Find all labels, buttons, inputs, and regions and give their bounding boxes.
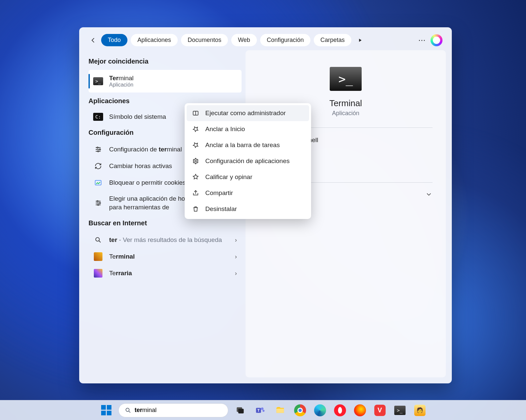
gear-icon bbox=[192, 157, 199, 165]
ctx-label: Anclar a Inicio bbox=[205, 125, 245, 133]
taskbar-search-box[interactable]: terminal bbox=[118, 403, 228, 417]
svg-rect-17 bbox=[276, 409, 284, 413]
result-web-terraria[interactable]: Terraria › bbox=[88, 265, 242, 282]
ctx-label: Calificar y opinar bbox=[205, 173, 253, 181]
ctx-app-settings[interactable]: Configuración de aplicaciones bbox=[187, 153, 309, 169]
svg-point-6 bbox=[97, 204, 99, 205]
chevron-right-icon: › bbox=[235, 237, 237, 244]
preview-subtitle: Aplicación bbox=[332, 110, 359, 117]
ctx-pin-taskbar[interactable]: Anclar a la barra de tareas bbox=[187, 137, 309, 153]
section-web: Buscar en Internet bbox=[88, 219, 242, 227]
ctx-run-as-admin[interactable]: Ejecutar como administrador bbox=[187, 105, 309, 121]
terminal-icon: >_ bbox=[394, 406, 406, 415]
web-thumb-icon bbox=[93, 268, 103, 278]
windows-logo-icon bbox=[101, 405, 111, 415]
svg-rect-3 bbox=[95, 180, 101, 185]
teams-icon[interactable]: T bbox=[252, 402, 268, 418]
start-button[interactable] bbox=[98, 402, 114, 418]
search-icon bbox=[125, 407, 131, 414]
pin-icon bbox=[192, 141, 199, 149]
filter-settings[interactable]: Configuración bbox=[260, 34, 310, 46]
cookies-icon bbox=[93, 178, 103, 188]
web-thumb-icon bbox=[93, 252, 103, 262]
user-app-icon[interactable]: 🧑 bbox=[412, 402, 428, 418]
svg-point-4 bbox=[97, 200, 98, 202]
terminal-icon: >_ bbox=[330, 67, 362, 91]
copilot-icon[interactable] bbox=[431, 34, 442, 46]
admin-shield-icon bbox=[192, 109, 199, 117]
ctx-rate-review[interactable]: Calificar y opinar bbox=[187, 169, 309, 185]
ctx-label: Ejecutar como administrador bbox=[205, 109, 286, 117]
more-options-button[interactable]: ⋯ bbox=[417, 35, 427, 46]
svg-text:T: T bbox=[257, 408, 260, 412]
chrome-icon[interactable] bbox=[292, 402, 308, 418]
context-menu: Ejecutar como administrador Anclar a Ini… bbox=[185, 103, 311, 219]
terminal-taskbar-icon[interactable]: >_ bbox=[392, 402, 408, 418]
terminal-icon: >_ bbox=[93, 77, 103, 85]
preview-title: Terminal bbox=[329, 98, 362, 108]
result-best-match[interactable]: >_ Terminal Aplicación bbox=[88, 70, 242, 93]
result-label: Terminal bbox=[109, 253, 135, 260]
section-best-match: Mejor coincidencia bbox=[88, 58, 242, 65]
trash-icon bbox=[192, 205, 199, 213]
ctx-label: Compartir bbox=[205, 189, 233, 197]
svg-point-7 bbox=[96, 238, 99, 241]
svg-point-5 bbox=[99, 202, 101, 204]
panel-header: Todo Aplicaciones Documentos Web Configu… bbox=[79, 27, 452, 50]
opera-icon[interactable] bbox=[332, 402, 348, 418]
svg-point-10 bbox=[126, 408, 129, 411]
result-subtitle: Aplicación bbox=[109, 82, 134, 88]
ctx-label: Anclar a la barra de tareas bbox=[205, 141, 280, 149]
svg-rect-12 bbox=[238, 409, 244, 413]
result-web-terminal[interactable]: Terminal › bbox=[88, 248, 242, 265]
svg-point-2 bbox=[97, 151, 99, 152]
sliders-icon bbox=[93, 144, 103, 154]
file-explorer-icon[interactable] bbox=[272, 402, 288, 418]
svg-point-0 bbox=[97, 147, 98, 148]
svg-point-15 bbox=[261, 407, 263, 410]
filter-folders[interactable]: Carpetas bbox=[314, 34, 351, 46]
ctx-pin-start[interactable]: Anclar a Inicio bbox=[187, 121, 309, 137]
result-label: Símbolo del sistema bbox=[109, 113, 166, 120]
star-icon bbox=[192, 173, 199, 181]
task-view-button[interactable] bbox=[232, 402, 248, 418]
firefox-icon[interactable] bbox=[352, 402, 368, 418]
taskbar: terminal T V >_ 🧑 bbox=[0, 400, 526, 420]
edge-icon[interactable] bbox=[312, 402, 328, 418]
sync-icon bbox=[93, 161, 103, 171]
svg-point-9 bbox=[195, 160, 197, 162]
chevron-right-icon: › bbox=[235, 253, 237, 260]
ctx-label: Desinstalar bbox=[205, 205, 237, 213]
filter-scroll-right[interactable] bbox=[355, 35, 365, 46]
share-icon bbox=[192, 189, 199, 197]
sliders-icon bbox=[93, 198, 103, 208]
result-title: Terminal bbox=[109, 75, 134, 82]
search-icon bbox=[93, 235, 103, 245]
result-label: ter - Ver más resultados de la búsqueda bbox=[109, 236, 222, 244]
back-button[interactable] bbox=[88, 36, 98, 45]
result-label: Configuración de terminal bbox=[109, 146, 182, 153]
ctx-share[interactable]: Compartir bbox=[187, 185, 309, 201]
search-input-display: terminal bbox=[135, 407, 157, 414]
result-label: Terraria bbox=[109, 270, 132, 277]
result-web-more[interactable]: ter - Ver más resultados de la búsqueda … bbox=[88, 232, 242, 248]
filter-all[interactable]: Todo bbox=[101, 34, 127, 46]
chevron-right-icon: › bbox=[235, 270, 237, 277]
cmd-icon: C: bbox=[93, 113, 103, 121]
filter-apps[interactable]: Aplicaciones bbox=[131, 34, 178, 46]
result-label: Cambiar horas activas bbox=[109, 162, 172, 170]
filter-documents[interactable]: Documentos bbox=[181, 34, 228, 46]
ctx-uninstall[interactable]: Desinstalar bbox=[187, 201, 309, 217]
ctx-label: Configuración de aplicaciones bbox=[205, 157, 290, 165]
svg-point-16 bbox=[262, 410, 264, 412]
filter-web[interactable]: Web bbox=[231, 34, 257, 46]
pin-icon bbox=[192, 125, 199, 133]
vivaldi-icon[interactable]: V bbox=[372, 402, 388, 418]
svg-point-1 bbox=[99, 149, 101, 150]
